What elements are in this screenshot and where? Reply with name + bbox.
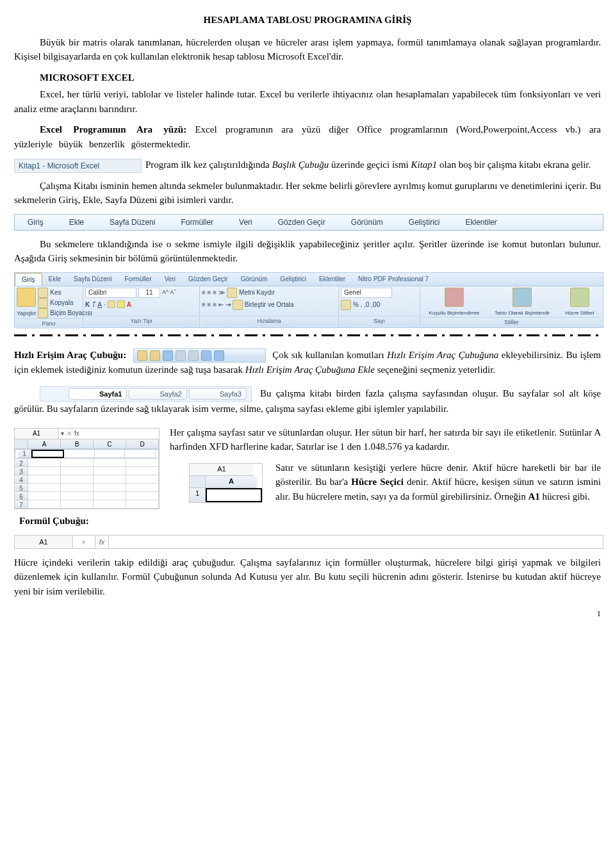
mini-cell[interactable]	[126, 475, 159, 484]
qat-new-icon[interactable]	[137, 350, 147, 361]
page-number: 1	[14, 607, 601, 620]
tab-ekle[interactable]: Ekle	[56, 217, 97, 228]
rtab-eklentiler[interactable]: Eklentiler	[313, 273, 352, 286]
tab-sayfa-duzeni[interactable]: Sayfa Düzeni	[97, 217, 168, 228]
ribbon: Giriş Ekle Sayfa Düzeni Formüller Veri G…	[14, 272, 603, 328]
paste-icon[interactable]	[17, 288, 36, 307]
number-format-select[interactable]: Genel	[341, 288, 392, 298]
rtab-gozden[interactable]: Gözden Geçir	[182, 273, 234, 286]
rtab-sayfa[interactable]: Sayfa Düzeni	[67, 273, 118, 286]
table-format-icon[interactable]	[512, 288, 532, 307]
tab-eklentiler[interactable]: Eklentiler	[453, 217, 510, 228]
mini-cell[interactable]	[94, 484, 126, 492]
mini-cell[interactable]	[28, 484, 61, 492]
sheet-tab-2[interactable]: Sayfa2	[129, 388, 186, 400]
mini-row-6[interactable]: 6	[15, 492, 28, 500]
qat-preview-icon[interactable]	[188, 350, 199, 361]
mini-row-2[interactable]: 2	[15, 459, 28, 467]
mini-cell[interactable]	[94, 500, 126, 509]
fx-button[interactable]: fx	[95, 536, 109, 548]
mini-col-d[interactable]: D	[126, 439, 159, 448]
mini-select-all[interactable]	[15, 439, 28, 448]
copy-icon[interactable]	[38, 298, 48, 308]
mini-cell[interactable]	[126, 484, 159, 492]
mini-cell[interactable]	[126, 459, 159, 467]
mini-cell[interactable]	[94, 475, 126, 484]
mini-cell[interactable]	[28, 459, 61, 467]
cut-icon[interactable]	[38, 288, 48, 298]
mini-cell[interactable]	[64, 450, 95, 458]
mini-col-a[interactable]: A	[28, 439, 61, 448]
cond-format-icon[interactable]	[445, 288, 464, 307]
qat-save-icon[interactable]	[163, 350, 173, 361]
formula-bar: A1 ▾ fx	[14, 535, 603, 549]
mini-cell[interactable]	[28, 500, 61, 509]
mini-fx-label[interactable]: fx	[74, 429, 79, 438]
rtab-gorunum[interactable]: Görünüm	[234, 273, 274, 286]
wrap-icon[interactable]	[227, 288, 237, 298]
mini-a1-corner[interactable]	[190, 476, 206, 488]
mini-col-b[interactable]: B	[61, 439, 94, 448]
mini-cell[interactable]	[61, 467, 94, 475]
mini-a1-selected[interactable]	[206, 488, 262, 502]
mini-cell[interactable]	[28, 492, 61, 500]
qat-undo-icon[interactable]	[201, 350, 211, 361]
separator-line	[14, 334, 601, 336]
rtab-formuller[interactable]: Formüller	[119, 273, 158, 286]
mini-a1-row[interactable]: 1	[190, 488, 206, 502]
qat-open-icon[interactable]	[150, 350, 160, 361]
mini-cell[interactable]	[61, 492, 94, 500]
mini-cell[interactable]	[28, 475, 61, 484]
tab-gorunum[interactable]: Görünüm	[338, 217, 396, 228]
formula-input[interactable]	[109, 536, 603, 548]
mini-row-1[interactable]: 1	[18, 450, 31, 458]
mini-col-c[interactable]: C	[94, 439, 126, 448]
font-size-select[interactable]: 11	[138, 288, 160, 298]
mini-cell[interactable]	[126, 467, 159, 475]
mini-cell[interactable]	[126, 492, 159, 500]
merge-icon[interactable]	[233, 300, 243, 310]
font-name-select[interactable]: Calibri	[85, 288, 136, 298]
mini-row-5[interactable]: 5	[15, 484, 28, 492]
fill-icon[interactable]	[117, 300, 125, 308]
cell-styles-icon[interactable]	[570, 288, 589, 307]
currency-icon[interactable]	[341, 300, 351, 310]
border-icon[interactable]	[108, 300, 115, 308]
mini-cell[interactable]	[28, 467, 61, 475]
mini-cell[interactable]	[94, 459, 126, 467]
tab-veri[interactable]: Veri	[226, 217, 265, 228]
sheet-tab-3[interactable]: Sayfa3	[189, 388, 247, 400]
mini-cell[interactable]	[95, 450, 126, 458]
mini-name-box[interactable]: A1	[15, 429, 59, 439]
mini-cell[interactable]	[125, 450, 156, 458]
sheet-tab-1[interactable]: Sayfa1	[69, 388, 127, 400]
mini-cell[interactable]	[61, 500, 94, 509]
tab-gelistirici[interactable]: Geliştirici	[396, 217, 453, 228]
mini-cell[interactable]	[61, 484, 94, 492]
rtab-gelistirici[interactable]: Geliştirici	[274, 273, 313, 286]
paragraph-qat: Hızlı Erişim Araç Çubuğu: Çok sık kullan…	[14, 348, 601, 377]
mini-cell[interactable]	[61, 475, 94, 484]
mini-cell[interactable]	[94, 467, 126, 475]
tab-giris[interactable]: Giriş	[15, 217, 56, 228]
formula-name-box[interactable]: A1	[15, 536, 73, 548]
mini-row-4[interactable]: 4	[15, 475, 28, 484]
rtab-giris[interactable]: Giriş	[15, 273, 42, 286]
mini-cell[interactable]	[61, 459, 94, 467]
mini-row-7[interactable]: 7	[15, 500, 28, 509]
qat-text1: Çok sık kullanılan komutları	[272, 350, 387, 360]
rtab-nitro[interactable]: Nitro PDF Professional 7	[352, 273, 435, 286]
mini-a1-col[interactable]: A	[206, 476, 257, 488]
brush-icon[interactable]	[38, 308, 48, 318]
tab-formuller[interactable]: Formüller	[168, 217, 226, 228]
rtab-veri[interactable]: Veri	[158, 273, 182, 286]
tab-gozden-gecir[interactable]: Gözden Geçir	[265, 217, 338, 228]
mini-cell[interactable]	[126, 500, 159, 509]
mini-a1-namebox[interactable]: A1	[190, 464, 254, 476]
qat-print-icon[interactable]	[176, 350, 186, 361]
mini-cell-a1[interactable]	[31, 450, 64, 458]
mini-cell[interactable]	[94, 492, 126, 500]
rtab-ekle[interactable]: Ekle	[42, 273, 67, 286]
mini-row-3[interactable]: 3	[15, 467, 28, 475]
qat-redo-icon[interactable]	[214, 350, 224, 361]
